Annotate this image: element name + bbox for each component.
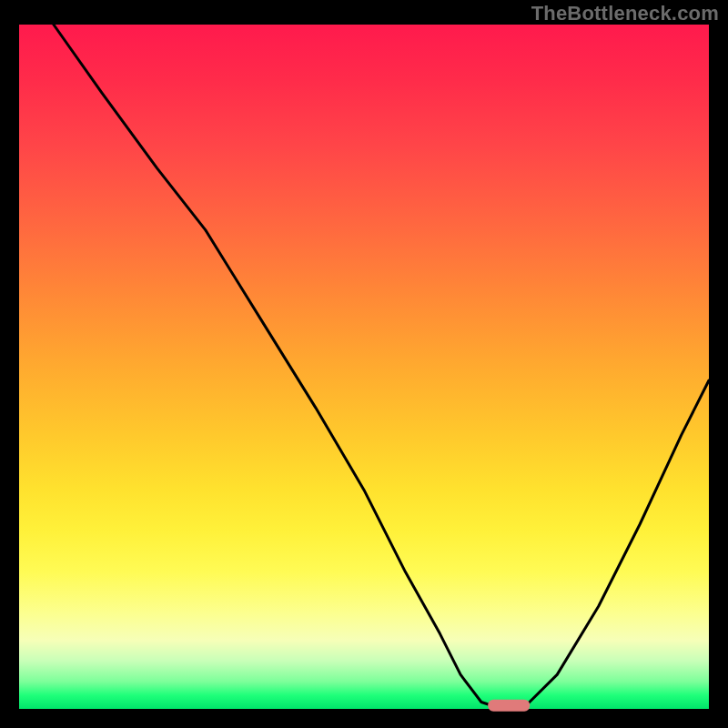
optimal-marker	[488, 700, 530, 712]
bottleneck-curve	[54, 25, 709, 709]
chart-frame: TheBottleneck.com	[0, 0, 728, 728]
plot-svg	[19, 25, 709, 709]
plot-area	[19, 25, 709, 709]
watermark-text: TheBottleneck.com	[531, 2, 719, 25]
